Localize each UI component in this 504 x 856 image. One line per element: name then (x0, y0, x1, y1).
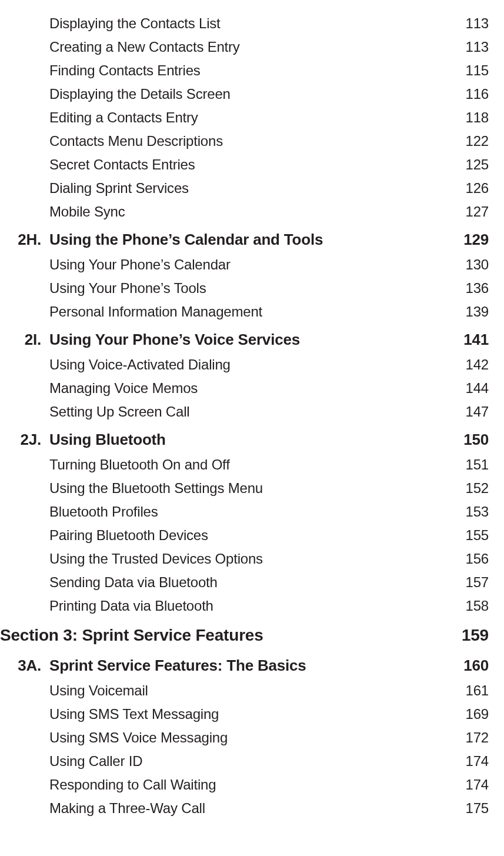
toc-entry-title: Using Caller ID (49, 754, 146, 768)
toc-entry-page: 125 (465, 158, 489, 172)
toc-entry-page: 113 (465, 40, 489, 54)
toc-entry-title: Using Your Phone’s Tools (49, 281, 210, 295)
toc-entry-page: 152 (465, 481, 489, 495)
toc-entry-title: Mobile Sync (49, 205, 129, 219)
toc-page: Displaying the Contacts List113Creating … (0, 0, 504, 840)
toc-entry: Displaying the Contacts List113 (0, 8, 489, 32)
toc-entry-page: 141 (462, 332, 489, 347)
toc-entry-title: Using SMS Text Messaging (49, 707, 222, 721)
toc-entry: Pairing Bluetooth Devices155 (0, 520, 489, 544)
toc-entry: Managing Voice Memos144 (0, 373, 489, 397)
toc-entry-title: Section 3: Sprint Service Features (0, 627, 267, 644)
toc-entry: Using Caller ID174 (0, 746, 489, 770)
toc-entry-prefix: 2H. (0, 232, 49, 247)
toc-entry-title: Using Voice-Activated Dialing (49, 358, 234, 372)
toc-entry: Bluetooth Profiles153 (0, 497, 489, 520)
toc-entry-title: Using Your Phone’s Voice Services (49, 332, 303, 347)
toc-entry: Mobile Sync127 (0, 196, 489, 220)
toc-entry-title: Using Bluetooth (49, 432, 169, 447)
toc-entry-page: 126 (465, 181, 489, 195)
toc-entry-page: 158 (465, 599, 489, 613)
toc-entry-page: 113 (465, 16, 489, 31)
toc-entry-page: 155 (465, 528, 489, 542)
toc-entry-title: Creating a New Contacts Entry (49, 40, 243, 54)
toc-entry: Using Voicemail161 (0, 675, 489, 699)
toc-entry-page: 169 (465, 707, 489, 721)
toc-entry-prefix: 2J. (0, 432, 49, 447)
toc-entry-prefix: 3A. (0, 658, 49, 673)
toc-entry-page: 157 (465, 575, 489, 589)
toc-entry: Editing a Contacts Entry118 (0, 102, 489, 126)
toc-entry-title: Turning Bluetooth On and Off (49, 458, 233, 472)
toc-entry: Creating a New Contacts Entry113 (0, 32, 489, 55)
toc-entry: Using Voice-Activated Dialing142 (0, 349, 489, 373)
toc-entry: Using SMS Text Messaging169 (0, 699, 489, 722)
toc-entry-title: Personal Information Management (49, 305, 266, 319)
toc-entry-page: 142 (465, 358, 489, 372)
toc-entry-title: Setting Up Screen Call (49, 405, 193, 419)
toc-entry-title: Using the Bluetooth Settings Menu (49, 481, 266, 495)
toc-entry: Sending Data via Bluetooth157 (0, 567, 489, 591)
toc-entry: Displaying the Details Screen116 (0, 79, 489, 102)
toc-entry: Using SMS Voice Messaging172 (0, 722, 489, 746)
toc-entry: Using the Trusted Devices Options156 (0, 544, 489, 567)
toc-entry-page: 147 (465, 405, 489, 419)
toc-entry-title: Editing a Contacts Entry (49, 111, 202, 125)
toc-entry-title: Contacts Menu Descriptions (49, 134, 226, 148)
toc-entry-page: 136 (465, 281, 489, 295)
toc-entry-title: Using Voicemail (49, 684, 152, 698)
toc-entry-page: 159 (460, 627, 489, 644)
toc-entry-title: Pairing Bluetooth Devices (49, 528, 212, 542)
toc-entry: Secret Contacts Entries125 (0, 149, 489, 173)
toc-entry-page: 144 (465, 381, 489, 395)
toc-entry: Using Your Phone’s Calendar130 (0, 249, 489, 273)
toc-entry-title: Bluetooth Profiles (49, 505, 162, 519)
toc-entry-page: 127 (465, 205, 489, 219)
toc-entry-title: Using Your Phone’s Calendar (49, 258, 234, 272)
toc-entry: 3A.Sprint Service Features: The Basics16… (0, 646, 489, 675)
toc-entry: Responding to Call Waiting174 (0, 770, 489, 793)
toc-entry-title: Printing Data via Bluetooth (49, 599, 217, 613)
toc-entry-page: 151 (465, 458, 489, 472)
toc-entry: Dialing Sprint Services126 (0, 173, 489, 196)
toc-entry: Section 3: Sprint Service Features159 (0, 614, 489, 646)
toc-entry-prefix: 2I. (0, 332, 49, 347)
toc-entry-title: Using SMS Voice Messaging (49, 731, 231, 745)
toc-entry: Contacts Menu Descriptions122 (0, 126, 489, 149)
toc-entry-page: 129 (462, 232, 489, 247)
toc-entry-page: 122 (465, 134, 489, 148)
toc-entry-title: Making a Three-Way Call (49, 801, 209, 815)
toc-entry-page: 161 (465, 684, 489, 698)
toc-entry-title: Sending Data via Bluetooth (49, 575, 221, 589)
toc-entry: 2J.Using Bluetooth150 (0, 420, 489, 449)
toc-entry: 2H.Using the Phone’s Calendar and Tools1… (0, 220, 489, 249)
toc-entry-page: 174 (465, 754, 489, 768)
toc-entry-page: 130 (465, 258, 489, 272)
toc-entry-page: 172 (465, 731, 489, 745)
toc-entry-title: Using the Trusted Devices Options (49, 552, 266, 566)
toc-entry-page: 174 (465, 778, 489, 792)
toc-entry-title: Secret Contacts Entries (49, 158, 199, 172)
toc-entry: Setting Up Screen Call147 (0, 397, 489, 420)
toc-entry-page: 115 (465, 64, 489, 78)
toc-entry-page: 160 (462, 658, 489, 673)
toc-entry: 2I.Using Your Phone’s Voice Services141 (0, 320, 489, 349)
toc-entry: Using Your Phone’s Tools136 (0, 273, 489, 297)
toc-entry-page: 150 (462, 432, 489, 447)
toc-entry-title: Managing Voice Memos (49, 381, 201, 395)
toc-entry: Printing Data via Bluetooth158 (0, 591, 489, 614)
toc-entry-page: 139 (465, 305, 489, 319)
toc-entry-title: Dialing Sprint Services (49, 181, 192, 195)
toc-entry-page: 116 (465, 87, 489, 101)
toc-entry-title: Displaying the Details Screen (49, 87, 234, 101)
toc-entry: Turning Bluetooth On and Off151 (0, 449, 489, 473)
toc-entry: Personal Information Management139 (0, 297, 489, 320)
toc-entry-page: 156 (465, 552, 489, 566)
toc-entry-title: Using the Phone’s Calendar and Tools (49, 232, 326, 247)
toc-entry: Using the Bluetooth Settings Menu152 (0, 473, 489, 497)
toc-entry-title: Finding Contacts Entries (49, 64, 204, 78)
toc-entry-page: 175 (465, 801, 489, 815)
toc-entry-title: Sprint Service Features: The Basics (49, 658, 310, 673)
toc-entry-page: 118 (465, 111, 489, 125)
toc-entry: Making a Three-Way Call175 (0, 793, 489, 817)
